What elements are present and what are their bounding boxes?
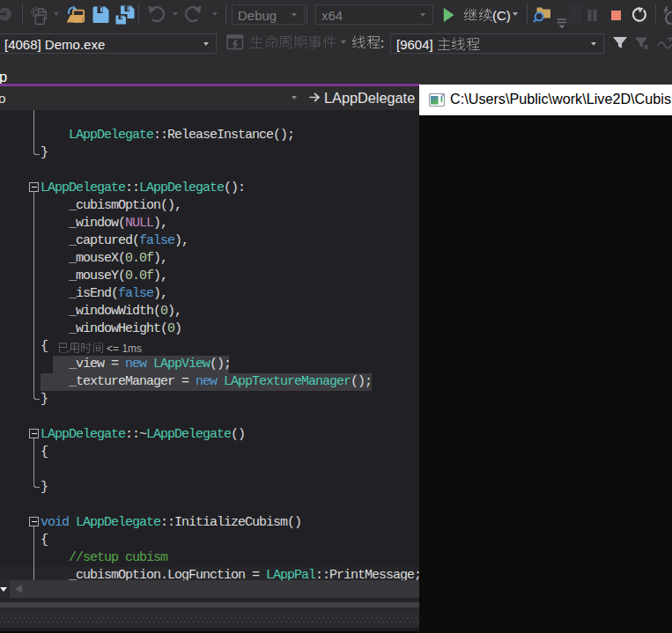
hot-reload-partial-icon[interactable]: [662, 5, 672, 28]
cjk-glyph: [69, 341, 80, 355]
code-line: _captured(false),: [0, 232, 421, 250]
code-token: _captured(: [41, 233, 139, 248]
code-line: LAppDelegate::~LAppDelegate(): [0, 426, 421, 444]
standard-toolbar: Debug x64 (C): [0, 0, 672, 29]
process-value: [4068] Demo.exe: [4, 36, 105, 51]
new-item-dropdown-caret[interactable]: [54, 12, 59, 16]
nav-scope-caret[interactable]: [292, 96, 297, 99]
code-line: _isEnd(false),: [0, 285, 421, 303]
code-line: {: [0, 444, 421, 461]
filter-threads-icon[interactable]: [611, 34, 629, 55]
code-token: _mouseX(: [41, 251, 125, 266]
process-caret: [203, 42, 209, 46]
icon-graphic: [662, 5, 672, 25]
code-token: ::~: [125, 427, 146, 442]
code-line: {: [0, 532, 421, 549]
icon-graphic: [147, 4, 165, 24]
code-token: ();: [210, 357, 231, 372]
code-token: ::: [125, 180, 139, 195]
icon-graphic: [443, 7, 454, 23]
scroll-left-arrow[interactable]: [15, 585, 22, 593]
solution-configurations-combo[interactable]: Debug: [232, 4, 305, 25]
code-token: ),: [167, 304, 181, 319]
icon-graphic: [0, 4, 17, 24]
code-line: _view = new LAppView();: [0, 356, 421, 373]
code-token: 0.0f: [125, 269, 153, 283]
code-line: LAppDelegate::LAppDelegate():: [0, 180, 421, 197]
navigate-forward-icon[interactable]: [0, 4, 17, 27]
code-token: LAppPal: [266, 568, 315, 580]
code-token: ),: [153, 251, 167, 266]
code-line: LAppDelegate::ReleaseInstance();: [0, 127, 421, 144]
code-token: _cubismOption.LogFunction =: [41, 568, 266, 580]
scrollbar-options-caret: [0, 587, 7, 592]
code-token: //setup cubism: [41, 550, 167, 565]
save-all-icon[interactable]: [114, 4, 136, 28]
console-window-title: C:\Users\Public\work\Live2D\Cubis: [450, 91, 671, 107]
continue-dropdown-caret[interactable]: [513, 12, 518, 16]
cjk-glyph: [278, 33, 293, 50]
code-line: _windowHeight(0): [0, 320, 421, 338]
code-line: //setup cubism: [0, 549, 421, 567]
code-token: {: [41, 339, 48, 354]
redo-dropdown-caret[interactable]: [212, 12, 218, 16]
scrollbar-options-button[interactable]: [0, 580, 10, 598]
code-token: }: [41, 145, 48, 160]
attach-to-process-icon[interactable]: [532, 4, 552, 29]
restart-icon[interactable]: [632, 7, 647, 26]
nav-scope-fragment[interactable]: o: [0, 91, 6, 107]
undo-dropdown-caret[interactable]: [173, 12, 178, 16]
cjk-glyph: [463, 6, 478, 23]
icon-graphic: [611, 34, 629, 52]
lifecycle-events-label[interactable]: [249, 33, 336, 50]
solution-platforms-combo[interactable]: x64: [315, 4, 433, 25]
code-token: [41, 128, 69, 143]
fold-collapse-box[interactable]: [29, 517, 39, 526]
code-token: ),: [174, 233, 188, 248]
code-token: ():: [224, 180, 245, 195]
thread-caret: [591, 42, 596, 46]
code-token: false: [118, 286, 153, 301]
code-token: LAppDelegate: [139, 180, 224, 195]
stop-debugging-icon[interactable]: [611, 11, 621, 20]
console-output-area[interactable]: [419, 115, 672, 633]
code-token: [146, 357, 153, 372]
code-token: ),: [153, 216, 167, 231]
code-token: ),: [153, 269, 167, 283]
icon-graphic: [226, 34, 244, 52]
process-combo[interactable]: [4068] Demo.exe: [0, 33, 217, 54]
document-tab-strip: p: [0, 55, 672, 84]
cjk-glyph: [478, 6, 493, 23]
nav-member-arrow-icon: [308, 91, 321, 107]
cjk-glyph: [249, 33, 264, 50]
code-token: _view =: [41, 357, 125, 372]
redo-icon[interactable]: [185, 4, 203, 27]
code-line: [0, 497, 421, 514]
lifecycle-caret: [341, 40, 346, 44]
undo-icon[interactable]: [147, 4, 165, 27]
toolbar-separator: [527, 4, 528, 25]
code-token: ();: [351, 374, 372, 389]
fold-collapse-box[interactable]: [29, 429, 39, 438]
thread-combo[interactable]: [9604]: [390, 33, 604, 54]
code-line: [0, 461, 421, 479]
code-token: _windowWidth(: [41, 304, 160, 319]
solution-platform-value: x64: [321, 7, 343, 22]
platforms-caret: [420, 13, 425, 17]
continue-button-label[interactable]: (C): [463, 6, 511, 23]
new-item-icon[interactable]: [30, 4, 48, 29]
continue-play-icon[interactable]: [443, 7, 454, 26]
code-token: ::ReleaseInstance();: [153, 128, 294, 143]
structure-guide: [33, 110, 40, 155]
lifecycle-events-icon: [226, 34, 244, 55]
nav-member-name[interactable]: LAppDelegate: [324, 90, 415, 107]
open-file-icon[interactable]: [65, 4, 86, 27]
fold-collapse-box[interactable]: [29, 182, 39, 192]
code-line: _cubismOption(),: [0, 197, 421, 215]
console-window: C:\Users\Public\work\Live2D\Cubis: [419, 85, 672, 633]
console-title-bar[interactable]: C:\Users\Public\work\Live2D\Cubis: [419, 85, 672, 115]
configurations-caret: [292, 13, 297, 17]
icon-graphic: [632, 7, 647, 23]
save-icon[interactable]: [92, 6, 109, 27]
code-token: 0: [160, 304, 167, 319]
